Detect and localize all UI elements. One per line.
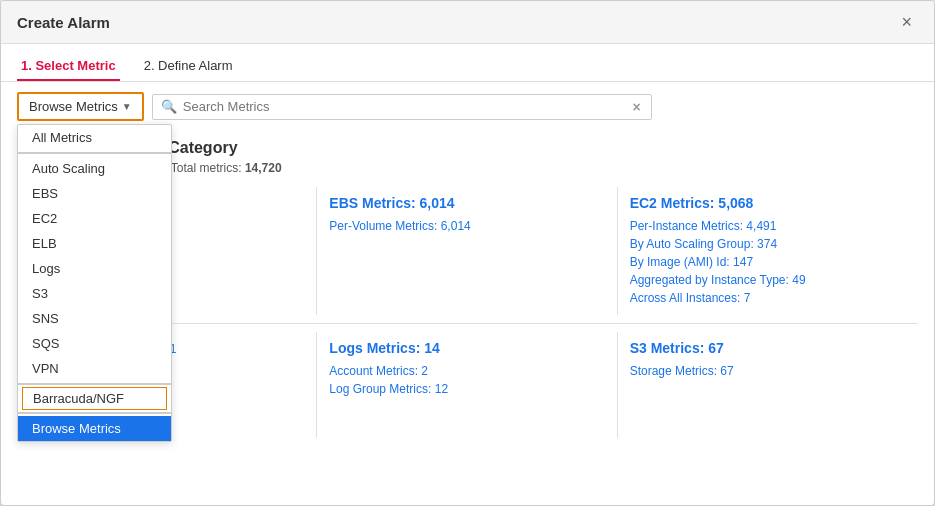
by-auto-scaling-group-link[interactable]: By Auto Scaling Group: 374 (630, 235, 906, 253)
dropdown-item-browse-metrics[interactable]: Browse Metrics (18, 416, 171, 441)
search-input[interactable] (183, 99, 631, 114)
tab-select-metric[interactable]: 1. Select Metric (17, 52, 120, 81)
logs-metrics-title[interactable]: Logs Metrics: 14 (329, 340, 604, 356)
create-alarm-dialog: Create Alarm × 1. Select Metric 2. Defin… (0, 0, 935, 506)
per-volume-metrics-link[interactable]: Per-Volume Metrics: 6,014 (329, 217, 604, 235)
dropdown-item-sns[interactable]: SNS (18, 306, 171, 331)
logs-metrics-section: Logs Metrics: 14 Account Metrics: 2 Log … (317, 332, 617, 438)
dialog-toolbar: Browse Metrics ▼ All Metrics Auto Scalin… (1, 82, 934, 131)
account-metrics-link[interactable]: Account Metrics: 2 (329, 362, 604, 380)
s3-metrics-section: S3 Metrics: 67 Storage Metrics: 67 (618, 332, 918, 438)
per-instance-metrics-link[interactable]: Per-Instance Metrics: 4,491 (630, 217, 906, 235)
dropdown-item-vpn[interactable]: VPN (18, 356, 171, 381)
search-box: 🔍 × (152, 94, 652, 120)
barracuda-ngf-section: Barracuda/NGF (22, 387, 167, 410)
browse-metrics-dropdown: All Metrics Auto Scaling EBS EC2 ELB Log… (17, 124, 172, 442)
clear-search-button[interactable]: × (631, 99, 643, 115)
ec2-metrics-title[interactable]: EC2 Metrics: 5,068 (630, 195, 906, 211)
dialog-tabs: 1. Select Metric 2. Define Alarm (1, 44, 934, 82)
ebs-metrics-section: EBS Metrics: 6,014 Per-Volume Metrics: 6… (317, 187, 617, 315)
dialog-header: Create Alarm × (1, 1, 934, 44)
browse-metrics-button[interactable]: Browse Metrics ▼ (17, 92, 144, 121)
dropdown-item-auto-scaling[interactable]: Auto Scaling (18, 156, 171, 181)
dropdown-item-elb[interactable]: ELB (18, 231, 171, 256)
s3-metrics-title[interactable]: S3 Metrics: 67 (630, 340, 906, 356)
dropdown-item-ebs[interactable]: EBS (18, 181, 171, 206)
aggregated-by-instance-type-link[interactable]: Aggregated by Instance Type: 49 (630, 271, 906, 289)
tab-define-alarm[interactable]: 2. Define Alarm (140, 52, 237, 81)
dropdown-item-ec2[interactable]: EC2 (18, 206, 171, 231)
dialog-title: Create Alarm (17, 14, 110, 31)
search-icon: 🔍 (161, 99, 177, 114)
ec2-metrics-section: EC2 Metrics: 5,068 Per-Instance Metrics:… (618, 187, 918, 315)
log-group-metrics-link[interactable]: Log Group Metrics: 12 (329, 380, 604, 398)
dropdown-arrow-icon: ▼ (122, 101, 132, 112)
dropdown-item-s3[interactable]: S3 (18, 281, 171, 306)
by-image-ami-link[interactable]: By Image (AMI) Id: 147 (630, 253, 906, 271)
dropdown-item-logs[interactable]: Logs (18, 256, 171, 281)
close-button[interactable]: × (895, 11, 918, 33)
dropdown-item-all-metrics[interactable]: All Metrics (18, 125, 171, 150)
ebs-metrics-title[interactable]: EBS Metrics: 6,014 (329, 195, 604, 211)
dropdown-item-sqs[interactable]: SQS (18, 331, 171, 356)
storage-metrics-link[interactable]: Storage Metrics: 67 (630, 362, 906, 380)
across-all-instances-link[interactable]: Across All Instances: 7 (630, 289, 906, 307)
